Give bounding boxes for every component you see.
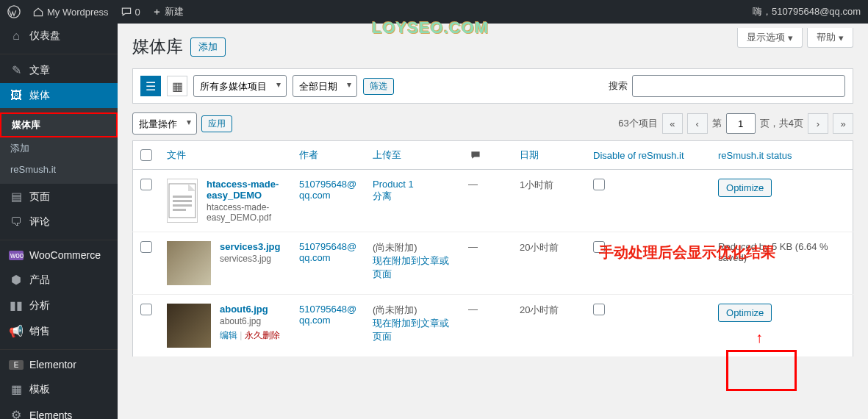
page-number-input[interactable] [726,113,756,134]
optimize-button[interactable]: Optimize [718,179,772,197]
chevron-down-icon: ▾ [788,32,793,43]
comment-icon [121,6,132,18]
screen-options-button[interactable]: 显示选项▾ [737,28,803,48]
page-icon: ▤ [9,190,24,204]
sidebar-item-analytics[interactable]: ▮▮分析 [0,293,118,318]
comments-count: 0 [135,7,140,18]
new-link[interactable]: ＋ 新建 [152,5,184,18]
box-icon: ⬢ [9,273,24,287]
svg-rect-5 [173,204,192,207]
page-title: 媒体库 [132,35,183,58]
plus-icon: ＋ [152,5,162,18]
view-grid-button[interactable]: ▦ [167,76,187,96]
file-name: services3.jpg [220,254,280,264]
row-checkbox[interactable] [140,304,152,315]
delete-link[interactable]: 永久删除 [245,330,280,340]
sidebar-item-media[interactable]: 🖼媒体 [0,83,118,108]
date-cell: 20小时前 [520,242,559,253]
filter-type-select[interactable]: 所有多媒体项目 [193,75,287,97]
page-last-button[interactable]: » [833,113,853,134]
date-cell: 20小时前 [520,304,559,315]
comments-cell: — [468,179,478,190]
sidebar-media-submenu: 媒体库 添加 reSmush.it [0,108,118,184]
sidebar-item-sales[interactable]: 📢销售 [0,318,118,344]
new-label: 新建 [165,5,184,18]
view-list-button[interactable]: ☰ [140,76,161,96]
author-link[interactable]: 510795648@qq.com [299,179,356,201]
filter-date-select[interactable]: 全部日期 [293,75,357,97]
sidebar-item-pages[interactable]: ▤页面 [0,184,118,210]
annotation-text: 手动处理后会显示优化结果 [599,243,775,262]
page-prev-button[interactable]: ‹ [687,113,708,134]
media-toolbar: ☰ ▦ 所有多媒体项目 全部日期 筛选 搜索 [132,68,853,104]
attach-link[interactable]: 现在附加到文章或页面 [373,255,449,279]
optimize-button[interactable]: Optimize [718,304,772,322]
comments-cell: — [468,304,478,315]
edit-link[interactable]: 编辑 [220,330,237,340]
search-input[interactable] [632,75,845,97]
comments-link[interactable]: 0 [121,6,140,18]
add-new-button[interactable]: 添加 [190,37,226,57]
detach-link[interactable]: 分离 [373,190,392,201]
site-title-link[interactable]: My Wordpress [32,6,109,18]
site-title-text: My Wordpress [47,7,109,18]
sidebar-item-products[interactable]: ⬢产品 [0,267,118,293]
help-button[interactable]: 帮助▾ [807,28,853,48]
sidebar-item-woocommerce[interactable]: wooWooCommerce [0,243,118,267]
bulk-action-select[interactable]: 批量操作 [132,112,197,135]
upload-target-link[interactable]: Product 1 [373,179,414,190]
file-title-link[interactable]: services3.jpg [220,241,280,252]
upload-unattached: (尚未附加) [373,242,417,253]
content-area: 显示选项▾ 帮助▾ 媒体库 添加 ☰ ▦ 所有多媒体项目 全部日期 筛选 搜索 … [118,24,868,419]
file-doc-icon [167,179,198,223]
sidebar-sub-add[interactable]: 添加 [0,137,118,160]
sidebar-sub-resmush[interactable]: reSmush.it [0,160,118,179]
col-status: reSmush.it status [718,150,792,161]
bar-chart-icon: ▮▮ [9,298,24,312]
sidebar-item-elementor[interactable]: EElementor [0,353,118,376]
filter-button[interactable]: 筛选 [363,78,394,95]
sidebar-item-templates[interactable]: ▦模板 [0,376,118,402]
col-file[interactable]: 文件 [167,149,186,160]
dashboard-icon: ⌂ [9,29,24,43]
woo-icon: woo [9,251,24,260]
annotation-arrow-icon: ↑ [756,329,763,346]
disable-resmush-checkbox[interactable] [593,304,605,315]
col-uploaded[interactable]: 上传至 [373,149,401,160]
file-title-link[interactable]: htaccess-made-easy_DEMO [207,179,284,201]
home-icon [32,6,44,18]
svg-rect-6 [173,209,186,211]
select-all-checkbox[interactable] [140,149,152,161]
author-link[interactable]: 510795648@qq.com [299,241,356,263]
page-next-button[interactable]: › [808,113,828,134]
date-cell: 1小时前 [520,179,553,190]
comment-icon: 🗨 [9,215,24,229]
sidebar-item-comments[interactable]: 🗨评论 [0,210,118,234]
sidebar-item-elements[interactable]: ⚙Elements [0,402,118,419]
file-image-thumb [167,241,211,285]
col-author[interactable]: 作者 [299,149,318,160]
col-date[interactable]: 日期 [520,149,539,160]
file-name: about6.jpg [220,316,280,326]
sidebar-item-posts[interactable]: ✎文章 [0,57,118,83]
table-row: about6.jpgabout6.jpg编辑 | 永久删除510795648@q… [133,295,853,357]
pagination: 63个项目 « ‹ 第 页，共4页 › » [618,113,853,134]
bulk-apply-button[interactable]: 应用 [201,115,232,132]
row-checkbox[interactable] [140,241,152,253]
admin-top-bar: My Wordpress 0 ＋ 新建 嗨，510795648@qq.com [0,0,868,24]
file-name: htaccess-made-easy_DEMO.pdf [207,202,284,223]
disable-resmush-checkbox[interactable] [593,179,605,190]
account-link[interactable]: 嗨，510795648@qq.com [753,5,861,18]
sidebar-item-dashboard[interactable]: ⌂仪表盘 [0,24,118,49]
attach-link[interactable]: 现在附加到文章或页面 [373,318,449,342]
megaphone-icon: 📢 [9,324,24,338]
page-first-button[interactable]: « [662,113,683,134]
item-count: 63个项目 [618,117,657,130]
row-actions: 编辑 | 永久删除 [220,329,280,342]
author-link[interactable]: 510795648@qq.com [299,304,356,326]
svg-rect-3 [173,196,192,198]
wp-logo[interactable] [7,5,21,18]
file-title-link[interactable]: about6.jpg [220,304,268,315]
row-checkbox[interactable] [140,179,152,190]
sidebar-sub-library[interactable]: 媒体库 [0,112,118,137]
